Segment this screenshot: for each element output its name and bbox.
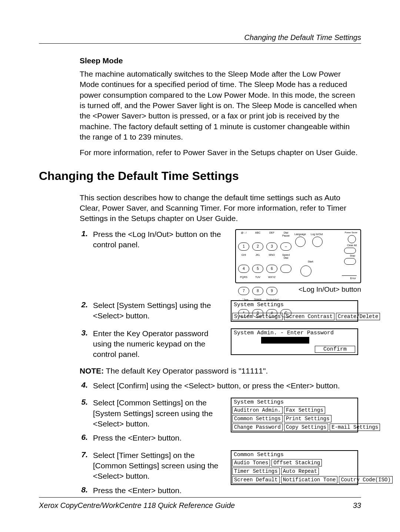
key-7: 7: [238, 287, 249, 295]
note-text: The default Key Operator password is "11…: [104, 367, 268, 375]
panel-right: Language Log In/Out Power Saver Clear Al…: [293, 231, 358, 281]
panel-caption: <Log In/Out> button: [299, 285, 361, 294]
key-label: Dial Pause: [280, 231, 291, 234]
lcd-cell: Auto Repeat: [281, 468, 319, 475]
step-text: Press the <Enter> button.: [93, 433, 223, 443]
lcd-cell-empty: [327, 406, 357, 414]
powersaver-label: Power Saver: [345, 231, 357, 234]
step-text: Select [System Settings] using the <Sele…: [93, 300, 223, 321]
lcd-cell: Screen Contrast: [284, 313, 334, 320]
stop-label: Stop: [350, 254, 355, 257]
step-number: 4.: [80, 381, 88, 389]
key-8: 8: [252, 287, 263, 295]
lcd-cell: Print Settings: [284, 415, 331, 422]
confirm-button: Confirm: [315, 346, 355, 353]
lcd-cell-empty: [320, 468, 357, 475]
step-number: 8.: [80, 485, 88, 494]
lcd-screen-system-settings: System Settings System Settings Screen C…: [231, 300, 358, 322]
sleep-mode-block: Sleep Mode The machine automatically swi…: [80, 56, 361, 158]
key-3: 3: [266, 242, 277, 251]
key-1: 1: [238, 242, 249, 251]
lcd-cell: Screen Default: [232, 476, 280, 484]
lcd-cell: Create/Delete: [336, 313, 380, 320]
control-panel-figure: @ : / ABC DEF Dial Pause 1 2 3 – GHI JKL…: [228, 229, 361, 294]
lcd-title: System Admin. - Enter Password: [231, 329, 357, 336]
footer-page-number: 33: [353, 501, 361, 510]
lcd-cell: System Settings: [232, 313, 283, 320]
key-label: DEF: [266, 231, 277, 234]
step-text: Select [Timer Settings] on the [Common S…: [93, 450, 223, 482]
powersaver-button: [348, 235, 356, 243]
key-4: 4: [238, 265, 249, 273]
section-content: This section describes how to change the…: [80, 193, 361, 496]
lcd-cell: Audio Tones: [232, 459, 270, 466]
step-3: 3. Enter the Key Operator password using…: [80, 328, 361, 360]
key-2: 2: [252, 242, 263, 251]
key-9: 9: [266, 287, 277, 295]
key-label: PQRS: [238, 276, 249, 279]
clearall-button: [344, 248, 356, 254]
loginout-label: Log In/Out: [311, 233, 323, 235]
lcd-cell: Copy Settings: [284, 424, 328, 431]
key-5: 5: [252, 265, 263, 273]
lcd-title: System Settings: [231, 398, 357, 406]
control-panel: @ : / ABC DEF Dial Pause 1 2 3 – GHI JKL…: [235, 229, 361, 283]
lcd-title: Common Settings: [231, 451, 357, 459]
step-number: 7.: [80, 450, 88, 459]
lcd-cell-empty: [333, 415, 357, 422]
lcd-figure-2: System Admin. - Enter Password Confirm: [228, 328, 361, 355]
lcd-cell: Notification Tone: [281, 476, 338, 484]
step-text: Enter the Key Operator password using th…: [93, 328, 223, 360]
footer-left: Xerox CopyCentre/WorkCentre 118 Quick Re…: [39, 501, 235, 510]
step-number: 1.: [80, 229, 88, 238]
key-label: TUV: [252, 276, 263, 279]
lcd-cell: Fax Settings: [284, 406, 325, 414]
key-label: [280, 276, 291, 279]
step-text: Press the <Log In/Out> button on the con…: [93, 229, 223, 250]
key-speeddial: [280, 265, 291, 273]
start-button: [300, 265, 311, 277]
key-dialpause: –: [280, 242, 291, 251]
step-number: 6.: [80, 433, 88, 442]
lcd-cell: Change Password: [232, 424, 283, 431]
note: NOTE: The default Key Operator password …: [80, 367, 361, 375]
section-title: Changing the Default Time Settings: [39, 169, 361, 183]
step-7-8-group: 7. Select [Timer Settings] on the [Commo…: [80, 450, 361, 496]
step-number: 2.: [80, 300, 88, 309]
lcd-figure-4: Common Settings Audio Tones Offset Stack…: [228, 450, 361, 485]
error-label: Error: [350, 277, 356, 280]
keypad: @ : / ABC DEF Dial Pause 1 2 3 – GHI JKL…: [238, 231, 291, 281]
lcd-title: System Settings: [231, 301, 357, 312]
error-line: [342, 275, 357, 276]
step-4: 4. Select [Confirm] using the <Select> b…: [80, 381, 361, 391]
clearall-label: Clear All: [347, 244, 357, 247]
lcd-cell-empty: [323, 459, 357, 466]
lcd-screen-common-settings: Common Settings Audio Tones Offset Stack…: [231, 450, 358, 485]
loginout-button: [312, 237, 323, 247]
lcd-cell: E-mail Settings: [330, 424, 380, 431]
step-text: Press the <Enter> button.: [93, 485, 223, 496]
step-1: 1. Press the <Log In/Out> button on the …: [80, 229, 361, 294]
step-number: 5.: [80, 398, 88, 406]
step-text: Select [Common Settings] on the [System …: [93, 398, 223, 429]
key-label: JKL: [252, 254, 263, 257]
lcd-cell: Coutry Code(ISO): [339, 476, 392, 484]
language-label: Language: [294, 233, 306, 235]
key-label: @ : /: [238, 231, 249, 234]
key-label: GHI: [238, 254, 249, 257]
lcd-cell: Timer Settings: [232, 468, 280, 475]
sleep-mode-more: For more information, refer to Power Sav…: [80, 147, 361, 158]
key-6: 6: [266, 265, 277, 273]
language-button: [295, 237, 306, 247]
sleep-mode-paragraph: The machine automatically switches to th…: [80, 69, 361, 142]
key-label: WXYZ: [266, 276, 277, 279]
page-footer: Xerox CopyCentre/WorkCentre 118 Quick Re…: [39, 497, 361, 510]
lcd-screen-password: System Admin. - Enter Password Confirm: [231, 328, 358, 355]
step-5-6-group: 5. Select [Common Settings] on the [Syst…: [80, 398, 361, 443]
header-rule: [39, 43, 361, 44]
step-2: 2. Select [System Settings] using the <S…: [80, 300, 361, 322]
lcd-screen-system-settings-menu: System Settings Auditron Admin. Fax Sett…: [231, 398, 358, 432]
lcd-figure-3: System Settings Auditron Admin. Fax Sett…: [228, 398, 361, 432]
step-text: Select [Confirm] using the <Select> butt…: [93, 381, 361, 391]
sleep-mode-heading: Sleep Mode: [80, 56, 361, 65]
